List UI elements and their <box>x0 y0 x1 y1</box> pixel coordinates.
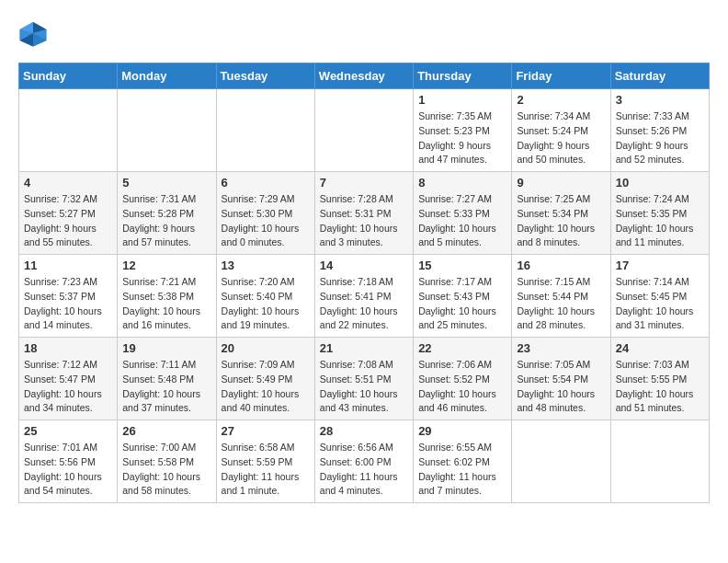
week-row-1: 1Sunrise: 7:35 AMSunset: 5:23 PMDaylight… <box>19 89 710 172</box>
calendar-cell: 8Sunrise: 7:27 AMSunset: 5:33 PMDaylight… <box>414 172 512 255</box>
week-row-3: 11Sunrise: 7:23 AMSunset: 5:37 PMDayligh… <box>19 255 710 338</box>
day-number: 7 <box>320 176 408 190</box>
day-info: Sunrise: 7:03 AMSunset: 5:55 PMDaylight:… <box>616 358 704 416</box>
day-number: 11 <box>24 259 112 272</box>
calendar-cell: 27Sunrise: 6:58 AMSunset: 5:59 PMDayligh… <box>216 420 314 503</box>
header-tuesday: Tuesday <box>216 63 314 89</box>
calendar-cell: 11Sunrise: 7:23 AMSunset: 5:37 PMDayligh… <box>19 255 118 338</box>
day-info: Sunrise: 7:09 AMSunset: 5:49 PMDaylight:… <box>222 358 310 416</box>
day-info: Sunrise: 7:00 AMSunset: 5:58 PMDaylight:… <box>122 441 210 499</box>
header-thursday: Thursday <box>414 63 512 89</box>
day-number: 12 <box>122 259 210 272</box>
header-saturday: Saturday <box>610 63 709 89</box>
calendar-cell: 29Sunrise: 6:55 AMSunset: 6:02 PMDayligh… <box>414 420 512 503</box>
day-info: Sunrise: 7:21 AMSunset: 5:38 PMDaylight:… <box>122 275 210 333</box>
day-number: 2 <box>517 93 605 107</box>
calendar-cell: 4Sunrise: 7:32 AMSunset: 5:27 PMDaylight… <box>19 172 118 255</box>
day-info: Sunrise: 6:58 AMSunset: 5:59 PMDaylight:… <box>222 441 310 499</box>
day-number: 17 <box>616 259 704 272</box>
day-info: Sunrise: 7:27 AMSunset: 5:33 PMDaylight:… <box>418 192 506 250</box>
calendar-cell: 24Sunrise: 7:03 AMSunset: 5:55 PMDayligh… <box>610 338 709 420</box>
day-info: Sunrise: 7:32 AMSunset: 5:27 PMDaylight:… <box>24 192 112 250</box>
day-number: 23 <box>517 341 605 355</box>
day-info: Sunrise: 7:11 AMSunset: 5:48 PMDaylight:… <box>122 358 210 416</box>
day-number: 25 <box>24 424 112 438</box>
day-info: Sunrise: 7:34 AMSunset: 5:24 PMDaylight:… <box>517 109 605 167</box>
day-number: 13 <box>222 259 310 272</box>
day-info: Sunrise: 7:24 AMSunset: 5:35 PMDaylight:… <box>616 192 704 250</box>
day-number: 26 <box>122 424 210 438</box>
day-number: 3 <box>616 93 704 107</box>
logo-icon <box>18 18 48 48</box>
day-info: Sunrise: 7:14 AMSunset: 5:45 PMDaylight:… <box>616 275 704 333</box>
calendar-cell: 23Sunrise: 7:05 AMSunset: 5:54 PMDayligh… <box>512 338 610 420</box>
day-number: 18 <box>24 341 112 355</box>
calendar-cell: 28Sunrise: 6:56 AMSunset: 6:00 PMDayligh… <box>314 420 413 503</box>
day-number: 27 <box>222 424 310 438</box>
day-info: Sunrise: 7:15 AMSunset: 5:44 PMDaylight:… <box>517 275 605 333</box>
day-info: Sunrise: 7:35 AMSunset: 5:23 PMDaylight:… <box>418 109 506 167</box>
day-info: Sunrise: 6:56 AMSunset: 6:00 PMDaylight:… <box>320 441 408 499</box>
day-number: 24 <box>616 341 704 355</box>
calendar-cell: 13Sunrise: 7:20 AMSunset: 5:40 PMDayligh… <box>216 255 314 338</box>
calendar-cell: 6Sunrise: 7:29 AMSunset: 5:30 PMDaylight… <box>216 172 314 255</box>
day-info: Sunrise: 7:18 AMSunset: 5:41 PMDaylight:… <box>320 275 408 333</box>
day-info: Sunrise: 7:23 AMSunset: 5:37 PMDaylight:… <box>24 275 112 333</box>
day-number: 14 <box>320 259 408 272</box>
day-info: Sunrise: 7:33 AMSunset: 5:26 PMDaylight:… <box>616 109 704 167</box>
day-number: 4 <box>24 176 112 190</box>
day-info: Sunrise: 7:20 AMSunset: 5:40 PMDaylight:… <box>222 275 310 333</box>
week-row-2: 4Sunrise: 7:32 AMSunset: 5:27 PMDaylight… <box>19 172 710 255</box>
calendar-cell <box>512 420 610 503</box>
day-info: Sunrise: 7:06 AMSunset: 5:52 PMDaylight:… <box>418 358 506 416</box>
calendar-cell <box>216 89 314 172</box>
day-number: 29 <box>418 424 506 438</box>
calendar-cell: 20Sunrise: 7:09 AMSunset: 5:49 PMDayligh… <box>216 338 314 420</box>
weekday-header-row: SundayMondayTuesdayWednesdayThursdayFrid… <box>19 63 710 89</box>
day-number: 28 <box>320 424 408 438</box>
calendar-cell: 1Sunrise: 7:35 AMSunset: 5:23 PMDaylight… <box>414 89 512 172</box>
calendar-cell: 12Sunrise: 7:21 AMSunset: 5:38 PMDayligh… <box>118 255 216 338</box>
day-number: 9 <box>517 176 605 190</box>
calendar-cell: 9Sunrise: 7:25 AMSunset: 5:34 PMDaylight… <box>512 172 610 255</box>
calendar-cell: 21Sunrise: 7:08 AMSunset: 5:51 PMDayligh… <box>314 338 413 420</box>
logo <box>18 18 51 48</box>
day-number: 5 <box>122 176 210 190</box>
day-number: 1 <box>418 93 506 107</box>
calendar-cell: 19Sunrise: 7:11 AMSunset: 5:48 PMDayligh… <box>118 338 216 420</box>
header-monday: Monday <box>118 63 216 89</box>
day-info: Sunrise: 7:01 AMSunset: 5:56 PMDaylight:… <box>24 441 112 499</box>
calendar-cell: 2Sunrise: 7:34 AMSunset: 5:24 PMDaylight… <box>512 89 610 172</box>
day-number: 10 <box>616 176 704 190</box>
day-number: 16 <box>517 259 605 272</box>
day-number: 21 <box>320 341 408 355</box>
day-info: Sunrise: 7:25 AMSunset: 5:34 PMDaylight:… <box>517 192 605 250</box>
header-friday: Friday <box>512 63 610 89</box>
header-sunday: Sunday <box>19 63 118 89</box>
calendar-table: SundayMondayTuesdayWednesdayThursdayFrid… <box>18 63 710 503</box>
day-info: Sunrise: 7:05 AMSunset: 5:54 PMDaylight:… <box>517 358 605 416</box>
calendar-cell <box>19 89 118 172</box>
day-number: 6 <box>222 176 310 190</box>
calendar-cell: 26Sunrise: 7:00 AMSunset: 5:58 PMDayligh… <box>118 420 216 503</box>
calendar-cell: 15Sunrise: 7:17 AMSunset: 5:43 PMDayligh… <box>414 255 512 338</box>
calendar-cell: 7Sunrise: 7:28 AMSunset: 5:31 PMDaylight… <box>314 172 413 255</box>
day-info: Sunrise: 6:55 AMSunset: 6:02 PMDaylight:… <box>418 441 506 499</box>
calendar-cell: 14Sunrise: 7:18 AMSunset: 5:41 PMDayligh… <box>314 255 413 338</box>
day-info: Sunrise: 7:29 AMSunset: 5:30 PMDaylight:… <box>222 192 310 250</box>
calendar-cell <box>610 420 709 503</box>
day-info: Sunrise: 7:31 AMSunset: 5:28 PMDaylight:… <box>122 192 210 250</box>
day-number: 20 <box>222 341 310 355</box>
day-number: 19 <box>122 341 210 355</box>
calendar-cell: 10Sunrise: 7:24 AMSunset: 5:35 PMDayligh… <box>610 172 709 255</box>
calendar-cell: 18Sunrise: 7:12 AMSunset: 5:47 PMDayligh… <box>19 338 118 420</box>
page-header <box>18 18 710 48</box>
calendar-cell: 16Sunrise: 7:15 AMSunset: 5:44 PMDayligh… <box>512 255 610 338</box>
calendar-cell: 22Sunrise: 7:06 AMSunset: 5:52 PMDayligh… <box>414 338 512 420</box>
day-info: Sunrise: 7:12 AMSunset: 5:47 PMDaylight:… <box>24 358 112 416</box>
day-info: Sunrise: 7:08 AMSunset: 5:51 PMDaylight:… <box>320 358 408 416</box>
calendar-cell <box>118 89 216 172</box>
week-row-4: 18Sunrise: 7:12 AMSunset: 5:47 PMDayligh… <box>19 338 710 420</box>
week-row-5: 25Sunrise: 7:01 AMSunset: 5:56 PMDayligh… <box>19 420 710 503</box>
calendar-cell: 17Sunrise: 7:14 AMSunset: 5:45 PMDayligh… <box>610 255 709 338</box>
